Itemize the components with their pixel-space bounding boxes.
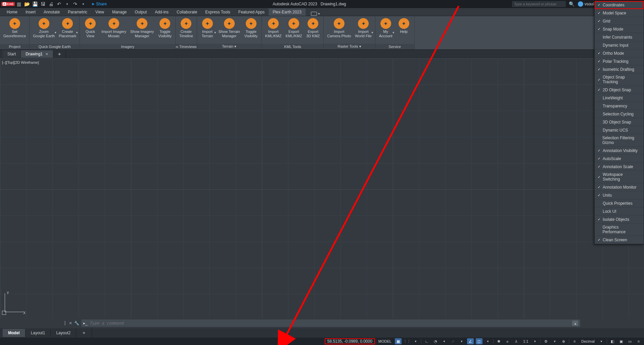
new-icon[interactable]: ▥ — [16, 1, 21, 7]
ctx-item-quick-properties[interactable]: Quick Properties — [595, 199, 644, 207]
close-icon[interactable]: ✕ — [45, 52, 48, 56]
save-icon[interactable]: 💾 — [32, 1, 38, 7]
ctx-item-coordinates[interactable]: ✓Coordinates — [595, 1, 644, 9]
search-input[interactable] — [512, 1, 566, 7]
ribbon-button-import-imagery-mosaic[interactable]: ✦Import Imagery Mosaic — [100, 17, 128, 39]
customize-icon[interactable]: 🔧 — [74, 321, 79, 326]
ribbon-panel-title[interactable]: Imagery — [80, 44, 175, 49]
chevron-down-icon[interactable]: ▼ — [458, 338, 465, 344]
isodraft-toggle-icon[interactable]: ⟋ — [450, 338, 456, 344]
ucs-icon[interactable]: Y X — [2, 291, 26, 315]
annotation-scale-icon[interactable]: ⅄ — [513, 338, 520, 344]
units-label[interactable]: Decimal — [580, 339, 596, 343]
ribbon-button-toggle-visibility[interactable]: ✦Toggle Visibility — [243, 17, 260, 39]
ctx-item-annotation-monitor[interactable]: ✓Annotation Monitor — [595, 183, 644, 191]
ribbon-panel-title[interactable]: Raster Tools ▾ — [324, 44, 375, 49]
command-input[interactable] — [90, 321, 570, 326]
chevron-down-icon[interactable]: ▼ — [64, 1, 70, 7]
ctx-item-dynamic-input[interactable]: Dynamic Input — [595, 41, 644, 49]
ribbon-tab-plex-earth-2023[interactable]: Plex-Earth 2023 — [269, 8, 306, 16]
ribbon-button-toggle-visibility[interactable]: ✦Toggle Visibility — [156, 17, 173, 39]
units-icon[interactable]: ≡ — [571, 338, 578, 344]
search-icon[interactable]: 🔍 — [569, 1, 574, 7]
annotation-visibility-icon[interactable]: ✱ — [496, 338, 502, 344]
ribbon-button-export-3d-kmz[interactable]: ✦Export 3D KMZ — [305, 17, 321, 39]
layout-tab-layout1[interactable]: Layout1 — [26, 329, 51, 337]
ortho-toggle-icon[interactable]: ∟ — [423, 338, 430, 344]
ribbon-button-set-georeference[interactable]: ✦Set Georeference — [2, 17, 27, 39]
ctx-item-workspace-switching[interactable]: ✓Workspace Switching — [595, 171, 644, 183]
ribbon-button-show-terrain-manager[interactable]: ✦Show Terrain Manager — [217, 17, 241, 39]
chevron-down-icon[interactable]: ▼ — [485, 338, 491, 344]
ctx-item-ortho-mode[interactable]: ✓Ortho Mode — [595, 49, 644, 57]
ribbon-button-zoom-google-earth[interactable]: ✦Zoom Google Earth▼ — [32, 17, 56, 39]
ribbon-panel-title[interactable]: Terrain ▾ — [197, 44, 262, 49]
ctx-item-model-space[interactable]: ✓Model Space — [595, 9, 644, 17]
viewport-controls[interactable]: [–][Top][2D Wireframe] — [2, 60, 39, 64]
ribbon-button-quick-view[interactable]: ✦Quick View — [82, 17, 99, 39]
ribbon-tab-view[interactable]: View — [91, 8, 108, 16]
ctx-item-isolate-objects[interactable]: ✓Isolate Objects — [595, 215, 644, 224]
ribbon-button-import-camera-photo[interactable]: ✦Import Camera Photo — [326, 17, 352, 39]
ctx-item-snap-mode[interactable]: ✓Snap Mode — [595, 25, 644, 33]
ctx-item-graphics-performance[interactable]: Graphics Performance — [595, 224, 644, 236]
ribbon-button-import-kml-kmz[interactable]: ✦Import KML/KMZ — [264, 17, 283, 39]
ribbon-extra[interactable]: ▼ — [311, 12, 320, 16]
history-up-icon[interactable]: ▴ — [572, 321, 578, 326]
autoscale-icon[interactable]: ⍟ — [504, 338, 511, 344]
ribbon-button-create-timeline[interactable]: ✦Create Timeline — [178, 17, 194, 39]
ctx-item-2d-object-snap[interactable]: ✓2D Object Snap — [595, 86, 644, 94]
snap-toggle-icon[interactable]: ⋮⋮ — [404, 338, 410, 344]
annotation-monitor-icon[interactable]: ⊕ — [560, 338, 567, 344]
doctab-start[interactable]: Start — [3, 50, 21, 58]
open-icon[interactable]: 📂 — [24, 1, 30, 7]
osnap-tracking-icon[interactable]: ∠ — [467, 338, 474, 344]
ribbon-tab-express-tools[interactable]: Express Tools — [201, 8, 234, 16]
chevron-down-icon[interactable]: ▼ — [551, 338, 558, 344]
chevron-down-icon[interactable]: ▼ — [598, 338, 605, 344]
drawing-canvas[interactable]: [–][Top][2D Wireframe] Y X — [0, 58, 644, 318]
osnap-toggle-icon[interactable]: ◻ — [476, 338, 482, 344]
ribbon-tab-output[interactable]: Output — [131, 8, 151, 16]
layout-tab-model[interactable]: Model — [3, 329, 26, 337]
ribbon-panel-title[interactable]: Project — [0, 44, 29, 49]
drag-handle-icon[interactable]: ┇ — [64, 321, 67, 326]
doctab-new[interactable]: ＋ — [53, 50, 66, 58]
clean-screen-icon[interactable]: ▭ — [627, 338, 633, 344]
ribbon-tab-add-ins[interactable]: Add-ins — [151, 8, 173, 16]
ctx-item-transparency[interactable]: Transparency — [595, 102, 644, 110]
ctx-item-dynamic-ucs[interactable]: Dynamic UCS — [595, 126, 644, 134]
ribbon-button-show-imagery-manager[interactable]: ✦Show Imagery Manager — [129, 17, 155, 39]
ctx-item-lineweight[interactable]: LineWeight — [595, 94, 644, 102]
ctx-item-3d-object-snap[interactable]: 3D Object Snap — [595, 118, 644, 126]
ctx-item-autoscale[interactable]: ✓AutoScale — [595, 155, 644, 163]
model-space-toggle[interactable]: MODEL — [377, 339, 393, 343]
ribbon-tab-annotate[interactable]: Annotate — [40, 8, 64, 16]
ctx-item-lock-ui[interactable]: Lock UI — [595, 207, 644, 215]
doctab-drawing1[interactable]: Drawing1 ✕ — [21, 50, 53, 58]
ctx-item-grid[interactable]: ✓Grid — [595, 17, 644, 25]
ribbon-button-export-kml-kmz[interactable]: ✦Export KML/KMZ — [284, 17, 304, 39]
grid-toggle-icon[interactable]: ▦ — [395, 338, 402, 344]
workspace-switch-icon[interactable]: ⚙ — [543, 338, 549, 344]
ribbon-tab-insert[interactable]: Insert — [21, 8, 40, 16]
hardware-accel-icon[interactable]: ▣ — [618, 338, 625, 344]
undo-icon[interactable]: ↶ — [56, 1, 62, 7]
close-icon[interactable]: ✕ — [69, 321, 72, 326]
ctx-item-clean-screen[interactable]: ✓Clean Screen — [595, 236, 644, 244]
app-logo[interactable]: ACAD — [1, 2, 15, 6]
ctx-item-infer-constraints[interactable]: Infer Constraints — [595, 33, 644, 41]
scale-label[interactable]: 1:1 — [522, 339, 530, 343]
coordinates-readout[interactable]: 58.5135, -0.0989, 0.0000 — [325, 338, 375, 344]
ribbon-panel-title[interactable]: KML Tools — [262, 44, 324, 49]
ribbon-button-import-world-file[interactable]: ✦Import World File▼ — [354, 17, 373, 39]
ribbon-button-help[interactable]: ✦Help — [396, 17, 412, 35]
isolate-objects-icon[interactable]: ◧ — [609, 338, 616, 344]
ctx-item-units[interactable]: ✓Units — [595, 191, 644, 199]
redo-icon[interactable]: ↷ — [73, 1, 78, 7]
ctx-item-selection-cycling[interactable]: Selection Cycling — [595, 110, 644, 118]
ctx-item-polar-tracking[interactable]: ✓Polar Tracking — [595, 57, 644, 65]
ribbon-tab-parametric[interactable]: Parametric — [64, 8, 91, 16]
layout-tab-new[interactable]: ＋ — [76, 328, 92, 338]
ctx-item-object-snap-tracking[interactable]: ✓Object Snap Tracking — [595, 73, 644, 86]
